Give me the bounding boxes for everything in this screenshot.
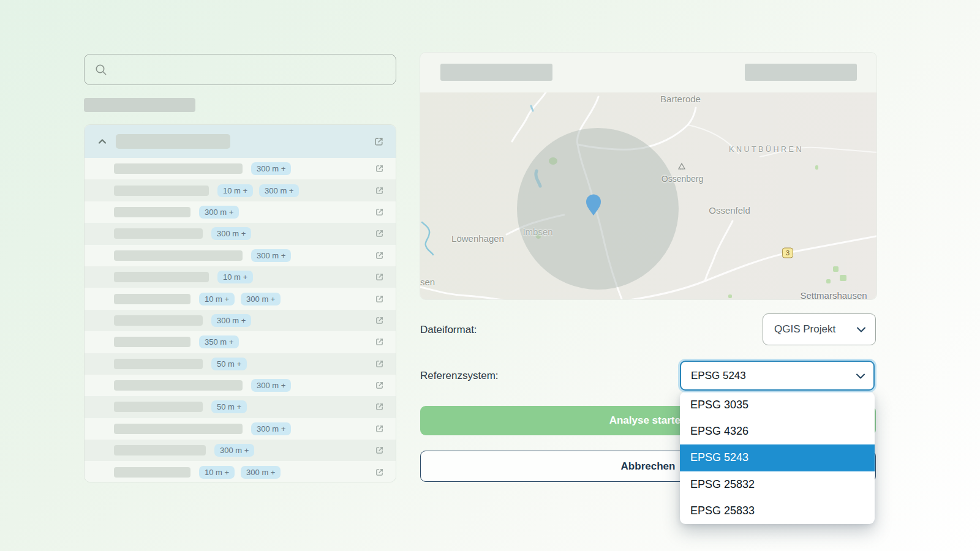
distance-badge[interactable]: 300 m + — [214, 444, 254, 457]
layer-row[interactable]: 10 m +300 m + — [85, 179, 396, 201]
layer-name-skeleton — [114, 228, 203, 239]
dropdown-option[interactable]: EPSG 5243 — [680, 444, 875, 471]
distance-badge[interactable]: 350 m + — [199, 335, 239, 348]
distance-badge[interactable]: 300 m + — [251, 162, 291, 175]
distance-badge-group: 10 m +300 m + — [199, 293, 281, 305]
map-place-label: Ossenfeld — [709, 205, 750, 216]
distance-badge[interactable]: 300 m + — [211, 227, 251, 240]
file-format-select[interactable]: QGIS Projekt — [763, 313, 876, 345]
layer-row[interactable]: 350 m + — [85, 331, 396, 353]
external-link-icon[interactable] — [375, 359, 384, 369]
external-link-icon[interactable] — [375, 316, 384, 325]
header-title-skeleton — [116, 134, 230, 149]
distance-badge[interactable]: 300 m + — [251, 379, 291, 392]
distance-badge[interactable]: 300 m + — [241, 466, 281, 479]
layer-name-skeleton — [114, 337, 190, 347]
dropdown-option[interactable]: EPSG 25833 — [680, 498, 875, 524]
distance-badge[interactable]: 50 m + — [211, 400, 247, 413]
layer-name-skeleton — [114, 467, 190, 478]
distance-badge-group: 300 m + — [211, 314, 251, 327]
layer-row[interactable]: 300 m + — [85, 418, 396, 440]
layer-row[interactable]: 300 m + — [85, 310, 396, 331]
reference-system-select[interactable]: EPSG 5243 — [680, 361, 875, 391]
map-header-skeleton-right — [745, 64, 857, 81]
search-icon — [94, 63, 108, 77]
road-number-badge: 3 — [782, 248, 793, 258]
file-format-value: QGIS Projekt — [774, 323, 835, 335]
distance-badge[interactable]: 300 m + — [241, 293, 281, 305]
distance-badge[interactable]: 10 m + — [217, 271, 253, 283]
map-card: BarterodeKNUTBÜHRENOssenbergOssenfeldImb… — [420, 52, 877, 300]
layer-row[interactable]: 50 m + — [85, 353, 396, 375]
layer-row[interactable]: 300 m + — [85, 223, 396, 244]
external-link-icon[interactable] — [375, 186, 384, 195]
reference-system-dropdown: EPSG 3035 EPSG 4326 EPSG 5243 EPSG 25832… — [680, 392, 875, 524]
layer-row[interactable]: 10 m +300 m + — [85, 288, 396, 309]
dropdown-option[interactable]: EPSG 3035 — [680, 392, 875, 418]
dropdown-option[interactable]: EPSG 25832 — [680, 471, 875, 498]
map-place-label: KNUTBÜHREN — [729, 145, 804, 154]
layer-name-skeleton — [114, 380, 243, 391]
external-link-icon[interactable] — [375, 229, 384, 238]
map-place-label: sen — [420, 277, 435, 287]
distance-badge-group: 300 m + — [251, 249, 291, 262]
chevron-down-icon — [857, 323, 865, 335]
layer-row[interactable]: 300 m + — [85, 158, 396, 179]
distance-badge-group: 50 m + — [211, 400, 247, 413]
layer-list-header[interactable] — [85, 125, 396, 158]
layer-row[interactable]: 300 m + — [85, 245, 396, 266]
distance-badge[interactable]: 300 m + — [251, 249, 291, 262]
distance-badge-group: 300 m + — [199, 206, 239, 219]
external-link-icon[interactable] — [375, 337, 384, 347]
distance-badge-group: 300 m + — [251, 422, 291, 435]
search-box[interactable] — [84, 54, 396, 85]
external-link-icon[interactable] — [375, 294, 384, 304]
map-place-label: Barterode — [660, 94, 701, 104]
map-canvas[interactable]: BarterodeKNUTBÜHRENOssenbergOssenfeldImb… — [420, 92, 877, 300]
distance-badge-group: 300 m + — [214, 444, 254, 457]
distance-badge-group: 50 m + — [211, 358, 247, 370]
layer-name-skeleton — [114, 186, 209, 196]
external-link-icon[interactable] — [375, 402, 384, 411]
map-graphics — [420, 92, 877, 300]
distance-badge[interactable]: 300 m + — [199, 206, 239, 219]
distance-badge[interactable]: 50 m + — [211, 358, 247, 370]
chevron-up-icon[interactable] — [96, 135, 108, 148]
layer-name-skeleton — [114, 402, 203, 412]
external-link-icon[interactable] — [375, 424, 384, 433]
layer-name-skeleton — [114, 250, 243, 261]
external-link-icon[interactable] — [375, 164, 384, 173]
layer-name-skeleton — [114, 294, 190, 304]
layer-name-skeleton — [114, 315, 203, 326]
distance-badge[interactable]: 300 m + — [259, 184, 299, 197]
distance-badge-group: 350 m + — [199, 335, 239, 348]
chevron-down-icon — [856, 370, 865, 382]
distance-badge[interactable]: 10 m + — [199, 466, 235, 479]
search-input[interactable] — [114, 64, 396, 76]
external-link-icon[interactable] — [375, 446, 384, 455]
external-link-icon[interactable] — [375, 468, 384, 477]
external-link-icon[interactable] — [375, 208, 384, 217]
layer-row[interactable]: 300 m + — [85, 440, 396, 461]
layer-name-skeleton — [114, 445, 206, 455]
distance-badge[interactable]: 300 m + — [211, 314, 251, 327]
distance-badge-group: 10 m + — [217, 271, 253, 283]
layer-name-skeleton — [114, 272, 209, 282]
layer-row[interactable]: 300 m + — [85, 201, 396, 223]
distance-badge[interactable]: 300 m + — [251, 422, 291, 435]
layer-name-skeleton — [114, 424, 243, 434]
layer-name-skeleton — [114, 359, 203, 369]
layer-row[interactable]: 50 m + — [85, 396, 396, 418]
layer-row[interactable]: 10 m +300 m + — [85, 461, 396, 482]
mountain-icon — [679, 163, 685, 169]
layer-row[interactable]: 10 m + — [85, 266, 396, 288]
dropdown-option[interactable]: EPSG 4326 — [680, 418, 875, 444]
external-link-icon[interactable] — [374, 137, 384, 147]
external-link-icon[interactable] — [375, 272, 384, 282]
layer-row[interactable]: 300 m + — [85, 375, 396, 396]
distance-badge[interactable]: 10 m + — [199, 293, 235, 305]
external-link-icon[interactable] — [375, 251, 384, 260]
app-root: 300 m + 10 m +300 m + 300 m + — [0, 0, 980, 551]
distance-badge[interactable]: 10 m + — [217, 184, 253, 197]
external-link-icon[interactable] — [375, 381, 384, 390]
